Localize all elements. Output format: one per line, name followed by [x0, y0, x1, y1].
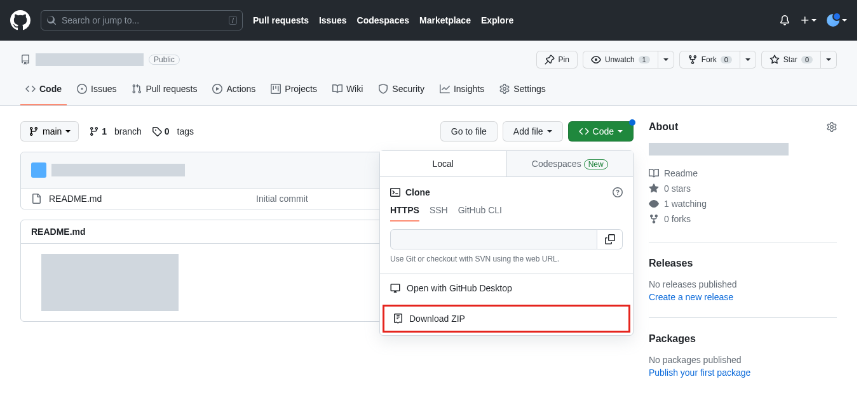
user-menu[interactable] — [827, 14, 847, 27]
file-name: README.md — [49, 194, 102, 204]
fork-icon — [688, 55, 698, 65]
fork-button[interactable]: Fork0 — [679, 51, 740, 69]
clone-tab-ssh[interactable]: SSH — [430, 205, 448, 222]
issue-icon — [77, 84, 87, 94]
unwatch-dropdown[interactable] — [658, 51, 674, 69]
repo-tabs: Code Issues Pull requests Actions Projec… — [20, 79, 837, 105]
nav-pulls[interactable]: Pull requests — [253, 15, 309, 25]
create-new-menu[interactable] — [800, 15, 817, 25]
file-icon — [31, 194, 41, 204]
code-tab-codespaces[interactable]: CodespacesNew — [507, 151, 634, 176]
code-tab-local[interactable]: Local — [380, 151, 507, 176]
clone-tab-https[interactable]: HTTPS — [390, 205, 419, 222]
pin-icon — [545, 55, 555, 65]
pin-button[interactable]: Pin — [536, 51, 578, 69]
copy-url-button[interactable] — [597, 229, 623, 249]
commit-author-avatar[interactable] — [31, 162, 46, 178]
avatar — [827, 14, 839, 27]
eye-icon — [591, 55, 601, 65]
gear-icon — [499, 84, 510, 94]
tag-icon — [152, 126, 162, 136]
shield-icon — [378, 84, 388, 94]
zip-icon — [393, 314, 403, 324]
code-icon — [25, 84, 36, 94]
clone-hint: Use Git or checkout with SVN using the w… — [390, 255, 623, 263]
notification-dot — [629, 119, 635, 126]
nav-codespaces[interactable]: Codespaces — [357, 15, 409, 25]
notifications-icon[interactable] — [780, 15, 790, 25]
repo-header: Public Pin Unwatch1 Fork0 Star0 Code Iss… — [0, 41, 857, 106]
github-logo-icon[interactable] — [10, 10, 31, 30]
book-icon — [649, 168, 659, 178]
fork-dropdown[interactable] — [740, 51, 756, 69]
branches-link[interactable]: 1 branch — [89, 126, 142, 136]
copy-icon — [605, 234, 615, 244]
about-heading: About — [649, 121, 678, 133]
sidebar-readme-link[interactable]: Readme — [649, 166, 837, 181]
releases-heading: Releases — [649, 258, 693, 269]
desktop-icon — [390, 283, 400, 293]
nav-issues[interactable]: Issues — [319, 15, 347, 25]
plus-icon — [800, 15, 810, 25]
unwatch-button[interactable]: Unwatch1 — [583, 51, 658, 69]
tab-settings[interactable]: Settings — [494, 79, 551, 105]
branch-select[interactable]: main — [20, 121, 79, 142]
tags-link[interactable]: 0 tags — [152, 126, 194, 136]
no-releases-text: No releases published — [649, 279, 837, 289]
sidebar-forks-link[interactable]: 0 forks — [649, 211, 837, 227]
tab-wiki[interactable]: Wiki — [327, 79, 368, 105]
clone-tab-cli[interactable]: GitHub CLI — [458, 205, 502, 222]
nav-explore[interactable]: Explore — [481, 15, 513, 25]
play-icon — [212, 84, 222, 94]
open-github-desktop[interactable]: Open with GitHub Desktop — [380, 274, 633, 302]
star-button[interactable]: Star0 — [761, 51, 821, 69]
branch-icon — [29, 126, 39, 136]
visibility-badge: Public — [149, 55, 180, 65]
repo-description — [649, 143, 789, 156]
fork-icon — [649, 214, 659, 224]
global-header: Search or jump to... / Pull requests Iss… — [0, 0, 857, 41]
gear-icon[interactable] — [827, 122, 837, 132]
go-to-file-button[interactable]: Go to file — [440, 121, 498, 142]
create-release-link[interactable]: Create a new release — [649, 292, 837, 302]
packages-heading: Packages — [649, 333, 696, 345]
tab-issues[interactable]: Issues — [72, 79, 121, 105]
readme-heading — [41, 254, 179, 311]
graph-icon — [440, 84, 450, 94]
commit-message[interactable]: Initial commit — [256, 194, 308, 204]
search-slash-hint: / — [229, 16, 237, 25]
tab-actions[interactable]: Actions — [207, 79, 261, 105]
eye-icon — [649, 199, 659, 209]
book-icon — [332, 84, 342, 94]
code-button[interactable]: Code — [568, 121, 634, 142]
search-icon — [46, 15, 57, 25]
download-zip[interactable]: Download ZIP — [383, 305, 630, 333]
search-placeholder: Search or jump to... — [62, 15, 139, 25]
star-dropdown[interactable] — [821, 51, 837, 69]
tab-security[interactable]: Security — [373, 79, 430, 105]
project-icon — [271, 84, 281, 94]
tab-pulls[interactable]: Pull requests — [126, 79, 202, 105]
repo-icon — [20, 55, 31, 65]
repo-sidebar: About Readme 0 stars 1 watching 0 forks … — [649, 121, 837, 378]
tab-projects[interactable]: Projects — [266, 79, 322, 105]
sidebar-stars-link[interactable]: 0 stars — [649, 181, 837, 196]
star-icon — [770, 55, 780, 65]
add-file-button[interactable]: Add file — [503, 121, 563, 142]
clone-label: Clone — [405, 187, 430, 197]
publish-package-link[interactable]: Publish your first package — [649, 367, 837, 378]
help-icon[interactable] — [613, 187, 623, 197]
search-input[interactable]: Search or jump to... / — [41, 10, 243, 30]
commit-author[interactable] — [51, 164, 185, 176]
branch-icon — [89, 126, 99, 136]
tab-insights[interactable]: Insights — [435, 79, 489, 105]
clone-url-input[interactable] — [390, 229, 597, 249]
nav-marketplace[interactable]: Marketplace — [419, 15, 471, 25]
tab-code[interactable]: Code — [20, 79, 67, 105]
star-icon — [649, 183, 659, 194]
no-packages-text: No packages published — [649, 355, 837, 365]
global-nav: Pull requests Issues Codespaces Marketpl… — [253, 15, 513, 25]
terminal-icon — [390, 187, 400, 197]
sidebar-watching-link[interactable]: 1 watching — [649, 196, 837, 211]
repo-name[interactable] — [36, 53, 144, 66]
